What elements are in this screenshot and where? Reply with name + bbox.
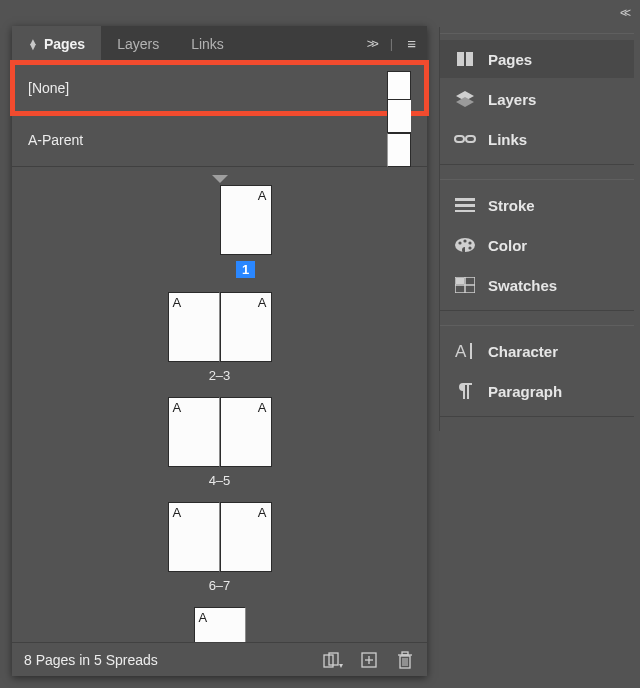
panel-footer: 8 Pages in 5 Spreads [12, 642, 427, 676]
pipe-divider: | [390, 36, 393, 51]
spread-6-7[interactable]: A A 6–7 [168, 502, 272, 593]
panel-group-pages: Pages Layers Links [440, 33, 634, 165]
master-letter: A [258, 400, 267, 415]
panel-label: Pages [488, 51, 532, 68]
svg-text:A: A [455, 342, 467, 360]
spread-2-3[interactable]: A A 2–3 [168, 292, 272, 383]
color-icon [454, 236, 476, 254]
character-icon: A [454, 342, 476, 360]
tab-links[interactable]: Links [175, 26, 240, 61]
master-letter: A [258, 188, 267, 203]
layers-icon [454, 90, 476, 108]
master-row-none[interactable]: [None] [12, 62, 427, 114]
page-thumb[interactable]: A [220, 397, 272, 467]
master-label: A-Parent [28, 132, 83, 148]
master-row-a-parent[interactable]: A-Parent [12, 114, 427, 166]
svg-rect-0 [457, 52, 464, 66]
delete-page-icon[interactable] [395, 651, 415, 669]
tab-label: Pages [44, 36, 85, 52]
svg-point-10 [458, 241, 461, 244]
svg-rect-17 [456, 278, 464, 284]
pages-icon [454, 50, 476, 68]
panel-menu-icon[interactable]: ≡ [407, 35, 415, 52]
panel-label: Color [488, 237, 527, 254]
sort-icon: ▲▼ [28, 39, 38, 49]
svg-point-12 [468, 241, 471, 244]
master-thumb-spread [387, 99, 411, 167]
page-thumb[interactable]: A [220, 292, 272, 362]
tab-pages[interactable]: ▲▼ Pages [12, 26, 101, 61]
master-letter: A [258, 505, 267, 520]
page-number-badge: 1 [236, 261, 255, 278]
paragraph-icon [454, 382, 476, 400]
stroke-icon [454, 196, 476, 214]
svg-rect-4 [455, 136, 464, 142]
pages-scroll-area[interactable]: A 1 A A 2–3 A A [12, 167, 427, 642]
svg-point-11 [463, 239, 466, 242]
panel-label: Swatches [488, 277, 557, 294]
swatches-icon [454, 276, 476, 294]
start-of-document-icon [212, 175, 228, 183]
panel-item-paragraph[interactable]: Paragraph [440, 372, 634, 410]
tab-label: Layers [117, 36, 159, 52]
page-thumb[interactable]: A [168, 397, 220, 467]
page-thumb[interactable]: A [194, 607, 246, 642]
panel-tabbar: ▲▼ Pages Layers Links >> | ≡ [12, 26, 427, 62]
more-tabs-chevron[interactable]: >> [367, 36, 376, 51]
svg-point-13 [468, 246, 471, 249]
links-icon [454, 130, 476, 148]
panel-item-links[interactable]: Links [440, 120, 634, 158]
page-thumb[interactable]: A [220, 185, 272, 255]
master-letter: A [173, 505, 182, 520]
page-thumb[interactable]: A [168, 292, 220, 362]
svg-marker-22 [339, 664, 343, 668]
panel-item-color[interactable]: Color [440, 226, 634, 264]
svg-rect-1 [466, 52, 473, 66]
tab-tools: >> | ≡ [355, 35, 427, 52]
page-thumb[interactable]: A [220, 502, 272, 572]
spread-page-range: 2–3 [209, 368, 231, 383]
master-letter: A [199, 610, 208, 625]
pages-panel: ▲▼ Pages Layers Links >> | ≡ [None] A-Pa… [12, 26, 427, 676]
collapse-dock-chevrons[interactable]: << [620, 6, 628, 20]
new-page-icon[interactable] [359, 651, 379, 669]
master-letter: A [258, 295, 267, 310]
panel-item-character[interactable]: A Character [440, 332, 634, 370]
panel-item-stroke[interactable]: Stroke [440, 186, 634, 224]
svg-rect-8 [455, 210, 475, 212]
page-thumb[interactable]: A [168, 502, 220, 572]
master-label: [None] [28, 80, 69, 96]
panel-group-color: Stroke Color Swatches [440, 179, 634, 311]
svg-rect-5 [466, 136, 475, 142]
spread-4-5[interactable]: A A 4–5 [168, 397, 272, 488]
master-pages-section: [None] A-Parent [12, 62, 427, 167]
panel-dock: Pages Layers Links Stroke Color [439, 27, 634, 431]
panel-label: Stroke [488, 197, 535, 214]
panel-item-pages[interactable]: Pages [440, 40, 634, 78]
panel-label: Character [488, 343, 558, 360]
page-size-preset-icon[interactable] [323, 651, 343, 669]
master-letter: A [173, 400, 182, 415]
spread-8[interactable]: A 8 [194, 607, 246, 642]
tab-layers[interactable]: Layers [101, 26, 175, 61]
panel-item-layers[interactable]: Layers [440, 80, 634, 118]
svg-marker-3 [456, 97, 474, 107]
spread-page-range: 6–7 [209, 578, 231, 593]
panel-label: Layers [488, 91, 536, 108]
master-letter: A [173, 295, 182, 310]
tab-label: Links [191, 36, 224, 52]
panel-label: Paragraph [488, 383, 562, 400]
spread-1[interactable]: A 1 [168, 185, 272, 278]
svg-rect-28 [402, 652, 408, 655]
panel-item-swatches[interactable]: Swatches [440, 266, 634, 304]
panel-label: Links [488, 131, 527, 148]
svg-rect-7 [455, 204, 475, 207]
panel-group-type: A Character Paragraph [440, 325, 634, 417]
spread-page-range: 4–5 [209, 473, 231, 488]
svg-rect-6 [455, 198, 475, 201]
footer-status-text: 8 Pages in 5 Spreads [24, 652, 307, 668]
